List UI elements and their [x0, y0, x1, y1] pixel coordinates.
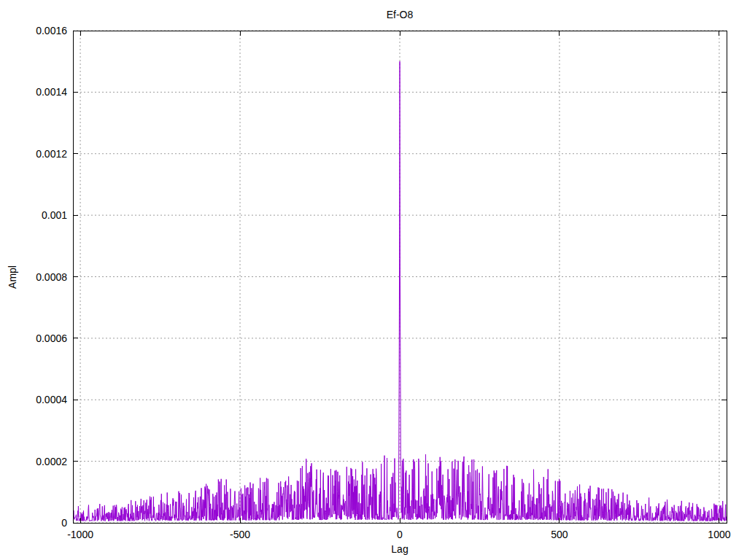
y-tick-label: 0.0016 — [0, 25, 67, 36]
y-tick-label: 0 — [0, 517, 67, 529]
y-tick-label: 0.0008 — [0, 271, 67, 283]
y-tick-label: 0.0012 — [0, 148, 67, 160]
y-tick-label: 0.001 — [0, 209, 67, 221]
x-tick-label: -1000 — [44, 529, 117, 540]
x-tick-label: 500 — [523, 529, 596, 540]
y-tick-label: 0.0006 — [0, 332, 67, 344]
x-tick-label: 0 — [363, 529, 436, 540]
x-tick-label: 1000 — [683, 529, 747, 540]
data-series-line — [73, 61, 727, 521]
y-tick-label: 0.0004 — [0, 394, 67, 405]
x-tick-label: -500 — [204, 529, 276, 540]
correlation-chart: Ef-O8 Ampl Lag 00.00020.00040.00060.0008… — [0, 0, 747, 560]
chart-title: Ef-O8 — [73, 9, 727, 20]
y-tick-label: 0.0002 — [0, 456, 67, 467]
y-tick-label: 0.0014 — [0, 86, 67, 98]
x-axis-title: Lag — [73, 543, 727, 555]
plot-canvas — [0, 0, 747, 560]
